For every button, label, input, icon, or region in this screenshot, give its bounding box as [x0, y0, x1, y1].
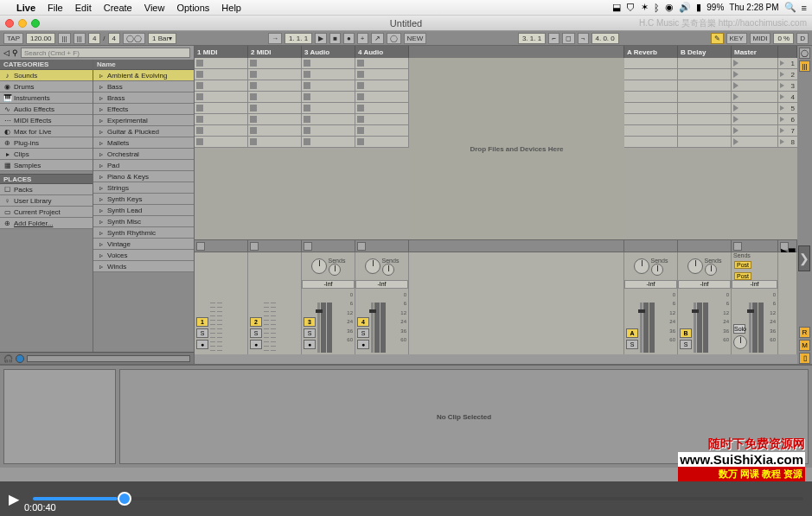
clip-slot[interactable] — [732, 58, 778, 69]
send-knob[interactable] — [651, 264, 663, 276]
arm-button[interactable]: ● — [304, 340, 316, 349]
arm-button[interactable]: ● — [196, 340, 208, 349]
zoom-window-button[interactable] — [31, 19, 40, 28]
scene-launch-3[interactable]: 3 — [778, 80, 797, 92]
clip-slot[interactable] — [678, 114, 732, 125]
category-item-midi-effects[interactable]: ⋯MIDI Effects — [0, 115, 93, 126]
category-item-sounds[interactable]: ♪Sounds — [0, 70, 93, 81]
capture-button[interactable]: NEW — [404, 33, 427, 44]
browser-item[interactable]: ▹Effects — [93, 104, 194, 115]
clip-slot[interactable] — [355, 58, 409, 69]
menu-edit[interactable]: Edit — [69, 3, 98, 13]
clip-slot[interactable] — [678, 137, 732, 148]
clip-slot[interactable] — [678, 80, 732, 92]
volume-fader[interactable] — [371, 303, 374, 353]
follow-button[interactable]: → — [268, 33, 282, 44]
loop-start-field[interactable]: 3. 1. 1 — [518, 33, 546, 44]
scene-launch-1[interactable]: 1 — [778, 58, 797, 69]
browser-item[interactable]: ▹Voices — [93, 250, 194, 261]
video-progress-thumb[interactable] — [118, 492, 131, 506]
browser-item[interactable]: ▹Ambient & Evolving — [93, 70, 194, 81]
tap-tempo-button[interactable]: TAP — [3, 33, 23, 44]
clip-slot[interactable] — [732, 103, 778, 114]
clip-slot[interactable] — [195, 137, 248, 148]
clip-slot[interactable] — [302, 137, 355, 148]
pan-knob[interactable] — [687, 258, 703, 274]
pan-knob[interactable] — [311, 258, 327, 274]
clip-slot[interactable] — [195, 80, 248, 92]
volume-icon[interactable]: 🔊 — [679, 2, 691, 13]
track-header-4[interactable]: 4 Audio — [355, 46, 409, 58]
clip-slot[interactable] — [624, 58, 678, 69]
arm-button[interactable]: ● — [250, 340, 262, 349]
spotlight-icon[interactable]: 🔍 — [784, 2, 796, 13]
shield-icon[interactable]: ⛉ — [626, 3, 636, 13]
post-button[interactable]: Post — [734, 261, 751, 269]
drop-area[interactable]: Drop Files and Devices Here — [409, 58, 624, 239]
browser-item[interactable]: ▹Synth Lead — [93, 205, 194, 216]
volume-fader[interactable] — [317, 303, 320, 353]
scene-launch-7[interactable]: 7 — [778, 125, 797, 137]
browser-item[interactable]: ▹Vintage — [93, 239, 194, 250]
clip-slot[interactable] — [195, 92, 248, 103]
place-item-add-folder-[interactable]: ⊕Add Folder... — [0, 218, 93, 229]
pan-knob[interactable] — [634, 258, 649, 274]
clip-slot[interactable] — [355, 69, 409, 80]
tempo-field[interactable]: 120.00 — [26, 33, 55, 44]
io-toggle-2[interactable] — [250, 242, 259, 251]
clip-slot[interactable] — [624, 114, 678, 125]
dropbox-icon[interactable]: ⬓ — [612, 2, 621, 13]
clip-slot[interactable] — [248, 80, 302, 92]
clip-slot[interactable] — [624, 103, 678, 114]
return-activator[interactable]: B — [680, 328, 692, 338]
menu-help[interactable]: Help — [215, 3, 247, 13]
clip-slot[interactable] — [355, 103, 409, 114]
bluetooth-icon[interactable]: ᛒ — [654, 3, 660, 13]
minimize-window-button[interactable] — [18, 19, 27, 28]
preview-slider[interactable] — [27, 355, 190, 362]
stop-all-clips-button[interactable]: ▸■ — [780, 242, 789, 251]
loop-length-field[interactable]: 4. 0. 0 — [591, 33, 619, 44]
clip-slot[interactable] — [302, 103, 355, 114]
return-header-b[interactable]: B Delay — [678, 46, 732, 58]
clip-slot[interactable] — [302, 125, 355, 137]
solo-button[interactable]: S — [357, 328, 369, 338]
position-field[interactable]: 1. 1. 1 — [285, 33, 312, 44]
arm-button[interactable]: ● — [357, 340, 369, 349]
volume-fader[interactable] — [749, 303, 751, 353]
collapse-browser-icon[interactable]: ◁ — [3, 48, 10, 57]
send-knob[interactable] — [705, 264, 717, 276]
browser-item[interactable]: ▹Experimental — [93, 115, 194, 126]
preview-button[interactable] — [16, 354, 24, 363]
clip-slot[interactable] — [248, 137, 302, 148]
place-item-user-library[interactable]: ♀User Library — [0, 195, 93, 207]
track-activator[interactable]: 3 — [304, 317, 316, 327]
return-header-a[interactable]: A Reverb — [624, 46, 678, 58]
browser-item[interactable]: ▹Orchestral — [93, 149, 194, 160]
track-activator[interactable]: 2 — [250, 317, 262, 327]
category-item-max-for-live[interactable]: ◐Max for Live — [0, 126, 93, 137]
track-activator[interactable]: 4 — [357, 317, 369, 327]
returns-toggle[interactable]: R — [799, 327, 810, 338]
clip-slot[interactable] — [624, 125, 678, 137]
evernote-icon[interactable]: ✶ — [641, 2, 649, 13]
volume-display[interactable]: -Inf — [678, 280, 731, 289]
browser-item[interactable]: ▹Bass — [93, 81, 194, 92]
stop-button[interactable]: ■ — [329, 33, 341, 44]
clip-slot[interactable] — [732, 114, 778, 125]
browser-item[interactable]: ▹Strings — [93, 182, 194, 194]
wifi-icon[interactable]: ◉ — [665, 2, 674, 13]
nudge-up-button[interactable]: ||| — [74, 33, 86, 44]
clip-slot[interactable] — [195, 125, 248, 137]
volume-display[interactable]: -Inf — [624, 280, 677, 289]
clip-slot[interactable] — [195, 103, 248, 114]
loop-button[interactable]: ◻ — [562, 33, 575, 44]
clip-slot[interactable] — [624, 137, 678, 148]
io-toggle-master[interactable] — [733, 242, 742, 251]
clip-slot[interactable] — [248, 103, 302, 114]
clip-slot[interactable] — [678, 103, 732, 114]
punch-in-button[interactable]: ⌐ — [548, 33, 559, 44]
track-header-3[interactable]: 3 Audio — [302, 46, 355, 58]
send-knob[interactable] — [382, 264, 394, 276]
timesig-den[interactable]: 4 — [108, 33, 120, 44]
